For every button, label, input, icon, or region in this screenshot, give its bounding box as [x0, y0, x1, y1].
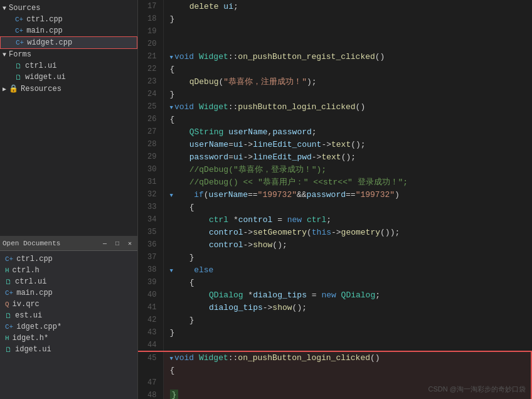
open-doc-name: est.ui	[15, 311, 42, 320]
table-row: 32 ▼ if(userName=="199732"&&password=="1…	[138, 188, 531, 201]
line-number: 35	[138, 226, 163, 238]
resources-label: Resources	[21, 85, 61, 93]
code-line	[163, 38, 531, 50]
table-row: 37 }	[138, 251, 531, 263]
open-doc-widget-ui[interactable]: 🗋 idget.ui	[0, 344, 137, 355]
code-table: 17 delete ui; 18 } 19 20	[138, 0, 532, 399]
table-row: 31 //qDebug() << "恭喜用户：" <<str<<" 登录成功！"…	[138, 176, 531, 188]
code-line: //qDebug() << "恭喜用户：" <<str<<" 登录成功！";	[163, 176, 531, 188]
line-number: 27	[138, 125, 163, 138]
cpp-file-icon: C+	[15, 16, 23, 23]
code-line: {	[163, 201, 531, 213]
code-line: }	[163, 314, 531, 326]
open-doc-est-ui[interactable]: 🗋 est.ui	[0, 310, 137, 321]
line-number: 17	[138, 0, 163, 13]
open-doc-ctrl-h[interactable]: H ctrl.h	[0, 265, 137, 276]
line-number: 19	[138, 25, 163, 38]
code-line: delete ui;	[163, 0, 531, 13]
open-doc-main-cpp[interactable]: C+ main.cpp	[0, 287, 137, 299]
code-line: control->setGeometry(this->geometry());	[163, 226, 531, 238]
open-doc-icon: C+	[5, 255, 13, 263]
resources-arrow: ▶	[3, 85, 6, 93]
line-number: 22	[138, 63, 163, 75]
code-line: ▼void Widget::pushButton_login_clicked()	[163, 100, 531, 113]
table-row: 25 ▼void Widget::pushButton_login_clicke…	[138, 100, 531, 113]
code-line	[163, 339, 531, 351]
line-number: 28	[138, 138, 163, 151]
left-panel: ▼ Sources C+ ctrl.cpp C+ main.cpp C+ wid…	[0, 0, 138, 399]
sources-label: Sources	[9, 4, 40, 13]
line-number: 43	[138, 326, 163, 339]
line-number: 29	[138, 151, 163, 163]
close-button[interactable]: ✕	[125, 238, 135, 248]
open-doc-name: idget.h*	[13, 334, 49, 343]
code-line: control->show();	[163, 238, 531, 251]
table-row: 23 qDebug("恭喜你，注册成功！");	[138, 75, 531, 88]
line-number: 39	[138, 276, 163, 289]
line-number: 45	[138, 351, 163, 364]
table-row: 45 ▼void Widget::on_pushButton_login_cli…	[138, 351, 531, 364]
ctrl-ui-icon: 🗋	[15, 62, 22, 70]
table-row: 19	[138, 25, 531, 38]
open-doc-icon: H	[5, 334, 9, 342]
line-number: 36	[138, 238, 163, 251]
table-row: 35 control->setGeometry(this->geometry()…	[138, 226, 531, 238]
code-area[interactable]: 17 delete ui; 18 } 19 20	[138, 0, 532, 399]
main-cpp-label: main.cpp	[26, 26, 63, 35]
code-line: ▼ else	[163, 263, 531, 276]
line-number: 41	[138, 301, 163, 314]
open-doc-widget-h[interactable]: H idget.h*	[0, 332, 137, 344]
open-doc-name: ctrl.ui	[15, 277, 46, 286]
code-line: }	[163, 251, 531, 263]
line-number: 26	[138, 113, 163, 125]
file-widget-cpp[interactable]: C+ widget.cpp	[0, 36, 137, 49]
line-number: 18	[138, 13, 163, 25]
table-row: 20	[138, 38, 531, 50]
line-number	[138, 364, 163, 376]
file-ctrl-ui[interactable]: 🗋 ctrl.ui	[0, 60, 137, 72]
table-row: 28 userName=ui->lineEdit_count->text();	[138, 138, 531, 151]
line-number: 34	[138, 213, 163, 226]
file-ctrl-cpp[interactable]: C+ ctrl.cpp	[0, 14, 137, 25]
line-number: 47	[138, 376, 163, 389]
table-row: 26 {	[138, 113, 531, 125]
open-docs-list: C+ ctrl.cpp H ctrl.h 🗋 ctrl.ui C+ main.c…	[0, 251, 137, 399]
open-doc-ctrl-cpp[interactable]: C+ ctrl.cpp	[0, 253, 137, 265]
window-button[interactable]: □	[112, 238, 122, 248]
code-line: ▼void Widget::on_pushButton_regist_click…	[163, 50, 531, 63]
code-line: {	[163, 63, 531, 75]
sources-section[interactable]: ▼ Sources	[0, 3, 137, 14]
open-doc-icon: C+	[5, 323, 13, 331]
open-docs-title: Open Documents	[3, 240, 100, 247]
widget-ui-label: widget.ui	[25, 73, 66, 82]
open-doc-name: idget.cpp*	[16, 322, 61, 331]
lock-icon: 🔒	[9, 84, 18, 93]
open-doc-widget-cpp[interactable]: C+ idget.cpp*	[0, 321, 137, 332]
table-row: 21 ▼void Widget::on_pushButton_regist_cl…	[138, 50, 531, 63]
line-number: 40	[138, 289, 163, 301]
open-doc-iv-qrc[interactable]: Q iv.qrc	[0, 299, 137, 310]
pin-button[interactable]: —	[100, 238, 110, 248]
file-tree: ▼ Sources C+ ctrl.cpp C+ main.cpp C+ wid…	[0, 0, 137, 236]
open-doc-icon: 🗋	[5, 346, 12, 354]
table-row: 42 }	[138, 314, 531, 326]
file-widget-ui[interactable]: 🗋 widget.ui	[0, 72, 137, 83]
file-main-cpp[interactable]: C+ main.cpp	[0, 25, 137, 36]
line-number: 23	[138, 75, 163, 88]
code-line: ▼ if(userName=="199732"&&password=="1997…	[163, 188, 531, 201]
table-row: 27 QString userName,password;	[138, 125, 531, 138]
code-line: {	[163, 113, 531, 125]
open-doc-ctrl-ui[interactable]: 🗋 ctrl.ui	[0, 276, 137, 287]
forms-section[interactable]: ▼ Forms	[0, 49, 137, 60]
line-number: 24	[138, 88, 163, 100]
code-panel: 17 delete ui; 18 } 19 20	[138, 0, 532, 399]
open-doc-name: ctrl.cpp	[16, 255, 53, 263]
resources-section[interactable]: ▶ 🔒 Resources	[0, 83, 137, 95]
forms-label: Forms	[9, 50, 31, 59]
line-number: 44	[138, 339, 163, 351]
sources-arrow: ▼	[3, 5, 6, 12]
table-row: 22 {	[138, 63, 531, 75]
open-doc-name: idget.ui	[15, 345, 51, 354]
code-line: dialog_tips->show();	[163, 301, 531, 314]
widget-cpp-label: widget.cpp	[27, 38, 72, 47]
